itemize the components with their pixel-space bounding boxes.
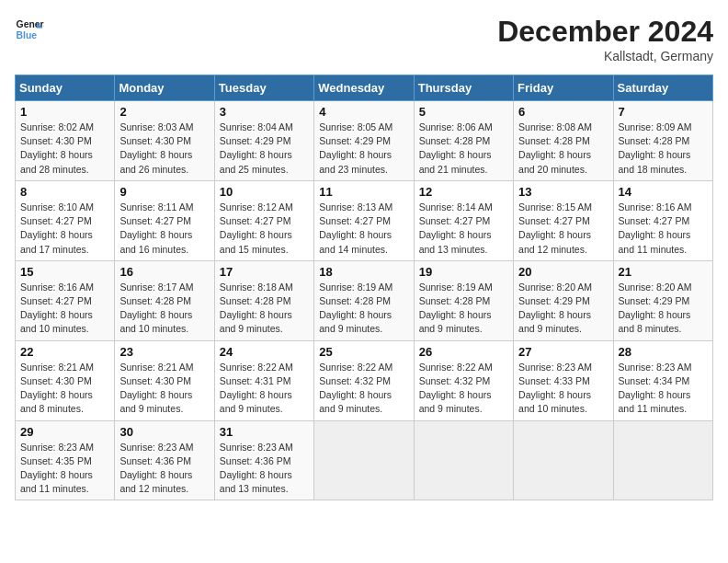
day-info: Sunrise: 8:16 AMSunset: 4:27 PMDaylight:… — [20, 281, 109, 337]
calendar-cell: 23Sunrise: 8:21 AMSunset: 4:30 PMDayligh… — [115, 340, 214, 420]
day-info: Sunrise: 8:21 AMSunset: 4:30 PMDaylight:… — [119, 361, 209, 417]
day-info: Sunrise: 8:23 AMSunset: 4:35 PMDaylight:… — [20, 441, 109, 497]
calendar-table: SundayMondayTuesdayWednesdayThursdayFrid… — [15, 75, 713, 500]
day-number: 9 — [119, 185, 209, 199]
day-info: Sunrise: 8:20 AMSunset: 4:29 PMDaylight:… — [518, 281, 608, 337]
calendar-week-2: 8Sunrise: 8:10 AMSunset: 4:27 PMDaylight… — [16, 180, 713, 260]
calendar-week-3: 15Sunrise: 8:16 AMSunset: 4:27 PMDayligh… — [16, 260, 713, 340]
calendar-body: 1Sunrise: 8:02 AMSunset: 4:30 PMDaylight… — [16, 101, 713, 500]
day-info: Sunrise: 8:14 AMSunset: 4:27 PMDaylight:… — [419, 201, 508, 257]
day-number: 1 — [20, 105, 109, 119]
day-number: 18 — [319, 265, 408, 279]
day-info: Sunrise: 8:22 AMSunset: 4:31 PMDaylight:… — [220, 361, 309, 417]
day-number: 20 — [518, 265, 608, 279]
col-header-monday: Monday — [115, 75, 214, 101]
calendar-week-4: 22Sunrise: 8:21 AMSunset: 4:30 PMDayligh… — [16, 340, 713, 420]
logo-icon: General Blue — [15, 15, 44, 44]
calendar-cell: 19Sunrise: 8:19 AMSunset: 4:28 PMDayligh… — [414, 260, 513, 340]
calendar-cell: 8Sunrise: 8:10 AMSunset: 4:27 PMDaylight… — [16, 180, 115, 260]
title-block: December 2024 Kallstadt, Germany — [497, 15, 713, 63]
month-title: December 2024 — [497, 15, 713, 49]
calendar-cell: 21Sunrise: 8:20 AMSunset: 4:29 PMDayligh… — [613, 260, 712, 340]
col-header-wednesday: Wednesday — [314, 75, 414, 101]
day-info: Sunrise: 8:17 AMSunset: 4:28 PMDaylight:… — [119, 281, 209, 337]
col-header-sunday: Sunday — [16, 75, 115, 101]
day-number: 30 — [119, 425, 209, 439]
day-number: 26 — [419, 345, 508, 359]
calendar-cell: 18Sunrise: 8:19 AMSunset: 4:28 PMDayligh… — [314, 260, 414, 340]
day-info: Sunrise: 8:18 AMSunset: 4:28 PMDaylight:… — [220, 281, 309, 337]
day-info: Sunrise: 8:13 AMSunset: 4:27 PMDaylight:… — [319, 201, 408, 257]
day-number: 2 — [119, 105, 209, 119]
calendar-header-row: SundayMondayTuesdayWednesdayThursdayFrid… — [16, 75, 713, 101]
svg-text:General: General — [17, 19, 44, 29]
day-info: Sunrise: 8:22 AMSunset: 4:32 PMDaylight:… — [419, 361, 508, 417]
day-info: Sunrise: 8:15 AMSunset: 4:27 PMDaylight:… — [518, 201, 608, 257]
day-number: 27 — [518, 345, 608, 359]
calendar-cell: 9Sunrise: 8:11 AMSunset: 4:27 PMDaylight… — [115, 180, 214, 260]
calendar-cell: 22Sunrise: 8:21 AMSunset: 4:30 PMDayligh… — [16, 340, 115, 420]
calendar-cell — [514, 420, 613, 500]
day-number: 25 — [319, 345, 408, 359]
calendar-cell: 26Sunrise: 8:22 AMSunset: 4:32 PMDayligh… — [414, 340, 513, 420]
calendar-week-5: 29Sunrise: 8:23 AMSunset: 4:35 PMDayligh… — [16, 420, 713, 500]
svg-text:Blue: Blue — [17, 30, 38, 40]
day-number: 31 — [220, 425, 309, 439]
calendar-cell: 12Sunrise: 8:14 AMSunset: 4:27 PMDayligh… — [414, 180, 513, 260]
calendar-cell — [414, 420, 513, 500]
day-number: 4 — [319, 105, 408, 119]
day-info: Sunrise: 8:23 AMSunset: 4:36 PMDaylight:… — [119, 441, 209, 497]
calendar-cell: 28Sunrise: 8:23 AMSunset: 4:34 PMDayligh… — [613, 340, 712, 420]
calendar-cell: 10Sunrise: 8:12 AMSunset: 4:27 PMDayligh… — [214, 180, 313, 260]
calendar-cell: 16Sunrise: 8:17 AMSunset: 4:28 PMDayligh… — [115, 260, 214, 340]
calendar-cell: 20Sunrise: 8:20 AMSunset: 4:29 PMDayligh… — [514, 260, 613, 340]
day-number: 6 — [518, 105, 608, 119]
day-number: 11 — [319, 185, 408, 199]
location: Kallstadt, Germany — [497, 49, 713, 63]
day-info: Sunrise: 8:19 AMSunset: 4:28 PMDaylight:… — [319, 281, 408, 337]
page-header: General Blue December 2024 Kallstadt, Ge… — [15, 15, 713, 63]
day-info: Sunrise: 8:03 AMSunset: 4:30 PMDaylight:… — [119, 121, 209, 177]
day-info: Sunrise: 8:22 AMSunset: 4:32 PMDaylight:… — [319, 361, 408, 417]
calendar-cell: 24Sunrise: 8:22 AMSunset: 4:31 PMDayligh… — [214, 340, 313, 420]
day-number: 22 — [20, 345, 109, 359]
day-info: Sunrise: 8:23 AMSunset: 4:34 PMDaylight:… — [619, 361, 708, 417]
day-number: 8 — [20, 185, 109, 199]
day-info: Sunrise: 8:09 AMSunset: 4:28 PMDaylight:… — [619, 121, 708, 177]
day-number: 5 — [419, 105, 508, 119]
day-info: Sunrise: 8:08 AMSunset: 4:28 PMDaylight:… — [518, 121, 608, 177]
day-number: 3 — [220, 105, 309, 119]
calendar-cell: 6Sunrise: 8:08 AMSunset: 4:28 PMDaylight… — [514, 101, 613, 181]
day-number: 14 — [619, 185, 708, 199]
calendar-cell: 31Sunrise: 8:23 AMSunset: 4:36 PMDayligh… — [214, 420, 313, 500]
day-info: Sunrise: 8:23 AMSunset: 4:33 PMDaylight:… — [518, 361, 608, 417]
calendar-cell: 29Sunrise: 8:23 AMSunset: 4:35 PMDayligh… — [16, 420, 115, 500]
calendar-cell: 15Sunrise: 8:16 AMSunset: 4:27 PMDayligh… — [16, 260, 115, 340]
logo: General Blue — [15, 15, 44, 44]
day-info: Sunrise: 8:05 AMSunset: 4:29 PMDaylight:… — [319, 121, 408, 177]
day-number: 16 — [119, 265, 209, 279]
day-number: 10 — [220, 185, 309, 199]
day-number: 17 — [220, 265, 309, 279]
day-number: 7 — [619, 105, 708, 119]
day-number: 23 — [119, 345, 209, 359]
calendar-cell: 2Sunrise: 8:03 AMSunset: 4:30 PMDaylight… — [115, 101, 214, 181]
calendar-cell: 17Sunrise: 8:18 AMSunset: 4:28 PMDayligh… — [214, 260, 313, 340]
day-info: Sunrise: 8:19 AMSunset: 4:28 PMDaylight:… — [419, 281, 508, 337]
day-info: Sunrise: 8:04 AMSunset: 4:29 PMDaylight:… — [220, 121, 309, 177]
calendar-cell: 5Sunrise: 8:06 AMSunset: 4:28 PMDaylight… — [414, 101, 513, 181]
calendar-cell: 3Sunrise: 8:04 AMSunset: 4:29 PMDaylight… — [214, 101, 313, 181]
calendar-cell: 27Sunrise: 8:23 AMSunset: 4:33 PMDayligh… — [514, 340, 613, 420]
calendar-cell: 7Sunrise: 8:09 AMSunset: 4:28 PMDaylight… — [613, 101, 712, 181]
col-header-friday: Friday — [514, 75, 613, 101]
day-info: Sunrise: 8:02 AMSunset: 4:30 PMDaylight:… — [20, 121, 109, 177]
day-info: Sunrise: 8:11 AMSunset: 4:27 PMDaylight:… — [119, 201, 209, 257]
calendar-cell: 4Sunrise: 8:05 AMSunset: 4:29 PMDaylight… — [314, 101, 414, 181]
day-info: Sunrise: 8:21 AMSunset: 4:30 PMDaylight:… — [20, 361, 109, 417]
calendar-cell: 11Sunrise: 8:13 AMSunset: 4:27 PMDayligh… — [314, 180, 414, 260]
day-number: 28 — [619, 345, 708, 359]
calendar-cell: 30Sunrise: 8:23 AMSunset: 4:36 PMDayligh… — [115, 420, 214, 500]
day-number: 29 — [20, 425, 109, 439]
col-header-thursday: Thursday — [414, 75, 513, 101]
day-number: 13 — [518, 185, 608, 199]
